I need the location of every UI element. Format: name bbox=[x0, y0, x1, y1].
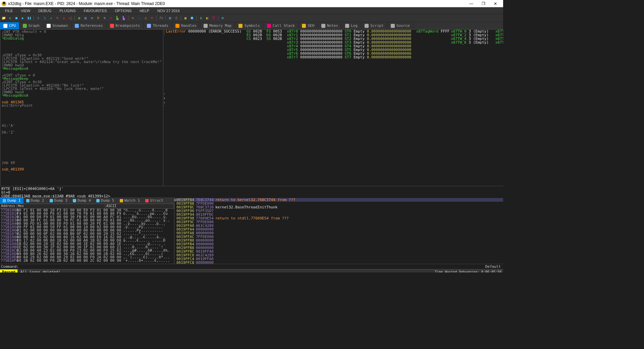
symbols-icon bbox=[238, 24, 243, 28]
dump-header-address[interactable]: Address bbox=[0, 204, 17, 208]
stack-row[interactable]: 0019FFC40019FFA0 bbox=[174, 257, 503, 261]
folder-icon[interactable]: 📁 bbox=[1, 15, 6, 21]
tool-c-icon[interactable]: ⬢ bbox=[189, 15, 195, 21]
dump-tab-0[interactable]: Dump 1 bbox=[0, 197, 23, 204]
maximize-button[interactable]: ❐ bbox=[477, 1, 489, 7]
menu-view[interactable]: VIEW bbox=[17, 9, 34, 13]
stack-row[interactable]: 0019FFC0A61C4289 bbox=[174, 253, 503, 257]
tool-e-icon[interactable]: ◧ bbox=[205, 15, 210, 21]
view-tabs: CPUGraphSnowmanReferencesBreakpointsThre… bbox=[0, 22, 503, 30]
tab-threads[interactable]: Threads bbox=[144, 22, 172, 29]
tab-cpu[interactable]: CPU bbox=[0, 22, 19, 29]
dump-header-hex[interactable]: Hex bbox=[17, 204, 105, 208]
cpu-icon bbox=[96, 199, 100, 202]
stack-row[interactable]: 0019FF9877609E54return to ntdll.77609E54… bbox=[174, 216, 503, 220]
close-button[interactable]: ✕ bbox=[489, 1, 501, 7]
dump-tab-3[interactable]: Dump 4 bbox=[70, 197, 94, 204]
source-icon bbox=[391, 24, 395, 28]
help-icon[interactable]: ⍰ bbox=[211, 15, 216, 21]
minimize-button[interactable]: — bbox=[465, 1, 477, 7]
log-icon bbox=[345, 24, 349, 28]
step-out-icon[interactable]: ↗ bbox=[48, 15, 54, 21]
menu-favourites[interactable]: FAVOURITES bbox=[80, 9, 111, 13]
tool-icon-8[interactable]: ▙ bbox=[121, 15, 126, 21]
dump-tab-2[interactable]: Dump 3 bbox=[47, 197, 70, 204]
dump-tab-1[interactable]: Dump 2 bbox=[23, 197, 47, 204]
stack-row[interactable]: 0019FFA800000000 bbox=[174, 231, 503, 235]
tab-symbols[interactable]: Symbols bbox=[235, 22, 263, 29]
dump-tab-6[interactable]: Struct bbox=[143, 197, 166, 204]
dump-row[interactable]: 775B10F060 2B 02 00 00 F0 2B 02 00 00 80… bbox=[0, 259, 174, 262]
tool-icon-1[interactable]: ▦ bbox=[76, 15, 82, 21]
stack-row[interactable]: 0019FFA400000000 bbox=[174, 228, 503, 231]
stack-row[interactable]: 0019FF8C768C3720kernel32.BaseThreadInitT… bbox=[174, 205, 503, 209]
stack-row[interactable]: 0019FFB000000000 bbox=[174, 239, 503, 242]
tool-icon-5[interactable]: ✎ bbox=[102, 15, 107, 21]
dump-tab-4[interactable]: Dump 5 bbox=[94, 197, 117, 204]
dump-header-ascii[interactable]: ASCII bbox=[105, 204, 174, 208]
menu-debug[interactable]: DEBUG bbox=[34, 9, 55, 13]
step-over-icon[interactable]: ⤵ bbox=[42, 15, 47, 21]
label-icon[interactable]: ⌂ bbox=[143, 15, 148, 21]
notes-icon bbox=[321, 24, 325, 28]
calc-icon[interactable]: ▤ bbox=[167, 15, 173, 21]
tab-snowman[interactable]: Snowman bbox=[43, 22, 71, 29]
tab-seh[interactable]: SEH bbox=[299, 22, 318, 29]
script-icon bbox=[365, 24, 369, 28]
pause-icon[interactable]: ❚❚ bbox=[26, 15, 32, 21]
stack-row[interactable]: ▶0019FF84768C3744return to kernel32.768C… bbox=[174, 198, 503, 202]
stack-row[interactable]: 0019FFBC0019FFA0 bbox=[174, 250, 503, 253]
stack-row[interactable]: 0019FFC800000000 bbox=[174, 261, 503, 264]
tool-a-icon[interactable]: ⎙ bbox=[174, 15, 179, 21]
stack-panel[interactable]: ▶0019FF84768C3744return to kernel32.768C… bbox=[174, 197, 503, 264]
status-message: All loops deleted! bbox=[17, 269, 63, 272]
stack-row[interactable]: 0019FFAC7FFDE000 bbox=[174, 235, 503, 239]
run-icon[interactable]: ▶ bbox=[20, 15, 25, 21]
tab-breakpoints[interactable]: Breakpoints bbox=[107, 22, 144, 29]
menu-file[interactable]: FILE bbox=[1, 9, 17, 13]
menu-plugins[interactable]: PLUGINS bbox=[55, 9, 79, 13]
tool-icon-7[interactable]: ▙ bbox=[115, 15, 120, 21]
restart-icon[interactable]: ↻ bbox=[7, 15, 13, 21]
trace-into-icon[interactable]: ↯ bbox=[55, 15, 60, 21]
stack-row[interactable]: 0019FFA0A61C4289 bbox=[174, 224, 503, 228]
tab-memorymap[interactable]: Memory Map bbox=[200, 22, 235, 29]
tab-handles[interactable]: Handles bbox=[172, 22, 200, 29]
menu-options[interactable]: OPTIONS bbox=[111, 9, 136, 13]
tool-d-icon[interactable]: ▮ bbox=[198, 15, 204, 21]
tab-source[interactable]: Source bbox=[387, 22, 414, 29]
cpu-icon bbox=[73, 199, 76, 202]
menu-help[interactable]: HELP bbox=[136, 9, 153, 13]
tool-icon-4[interactable]: ⎘ bbox=[96, 15, 101, 21]
dump-tab-5[interactable]: Watch 1 bbox=[117, 197, 143, 204]
menu-nov272016[interactable]: NOV 27 2016 bbox=[153, 9, 184, 13]
run-to-sel-icon[interactable]: →| bbox=[67, 15, 73, 21]
tool-icon-3[interactable]: ≡ bbox=[89, 15, 95, 21]
tool-b-icon[interactable]: ▣ bbox=[183, 15, 188, 21]
stack-row[interactable]: 0019FFB400000000 bbox=[174, 242, 503, 246]
hints-panel[interactable]: ┌INT_PTR nResult = 0│HWND hDlg└EndDialog… bbox=[0, 30, 163, 186]
tool-icon-2[interactable]: ▤ bbox=[83, 15, 88, 21]
stack-row[interactable]: 0019FF90F5FF35D7 bbox=[174, 209, 503, 213]
stack-row[interactable]: 0019FF9C7FFDE000 bbox=[174, 220, 503, 224]
comment-icon[interactable]: ⌂ bbox=[137, 15, 142, 21]
tab-log[interactable]: Log bbox=[342, 22, 361, 29]
tab-notes[interactable]: Notes bbox=[318, 22, 342, 29]
stop-icon[interactable]: ■ bbox=[14, 15, 19, 21]
patch-icon[interactable]: ✎ bbox=[130, 15, 136, 21]
threads-icon bbox=[147, 24, 151, 28]
stack-row[interactable]: 0019FFB800000000 bbox=[174, 246, 503, 250]
trace-over-icon[interactable]: ⇲ bbox=[61, 15, 66, 21]
fx-icon[interactable]: fx bbox=[158, 15, 164, 21]
bookmark-icon[interactable]: ⚑ bbox=[149, 15, 155, 21]
status-paused-badge: Paused bbox=[0, 269, 17, 272]
tab-callstack[interactable]: Call Stack bbox=[264, 22, 299, 29]
tab-references[interactable]: References bbox=[71, 22, 106, 29]
settings-icon[interactable]: ⚙ bbox=[220, 15, 225, 21]
tab-script[interactable]: Script bbox=[361, 22, 387, 29]
step-into-icon[interactable]: ↴ bbox=[36, 15, 41, 21]
seh-icon bbox=[302, 24, 306, 28]
tab-graph[interactable]: Graph bbox=[19, 22, 43, 29]
tool-icon-6[interactable]: ❊ bbox=[108, 15, 114, 21]
dump-panel[interactable]: Dump 1Dump 2Dump 3Dump 4Dump 5Watch 1Str… bbox=[0, 197, 174, 264]
